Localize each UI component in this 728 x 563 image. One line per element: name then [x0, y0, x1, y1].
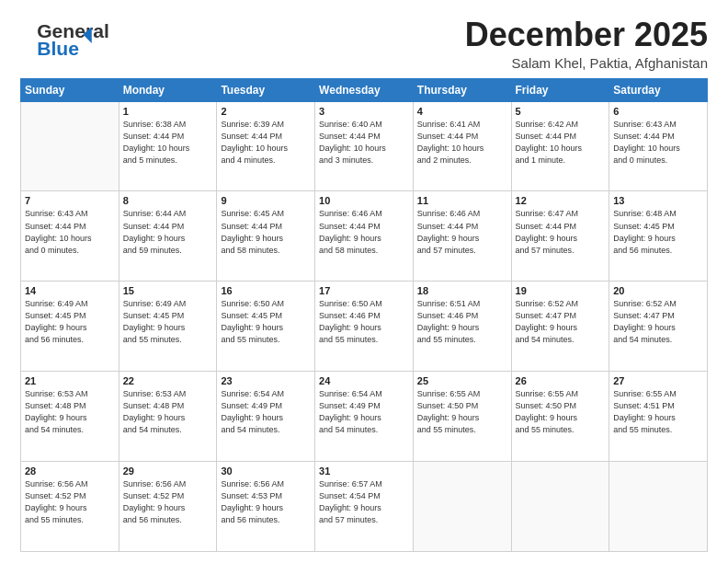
- day-number: 20: [613, 285, 703, 296]
- day-number: 11: [417, 195, 507, 206]
- calendar-header-sunday: Sunday: [21, 78, 119, 101]
- day-info: Sunrise: 6:44 AM Sunset: 4:44 PM Dayligh…: [123, 208, 213, 256]
- day-info: Sunrise: 6:47 AM Sunset: 4:44 PM Dayligh…: [516, 208, 606, 256]
- day-info: Sunrise: 6:57 AM Sunset: 4:54 PM Dayligh…: [319, 478, 409, 526]
- calendar-cell: 7Sunrise: 6:43 AM Sunset: 4:44 PM Daylig…: [21, 191, 119, 282]
- day-number: 17: [319, 285, 409, 296]
- calendar-week-3: 21Sunrise: 6:53 AM Sunset: 4:48 PM Dayli…: [21, 372, 708, 462]
- day-number: 15: [123, 285, 213, 296]
- calendar-header-monday: Monday: [119, 78, 217, 101]
- day-number: 7: [25, 195, 115, 206]
- calendar-header-row: SundayMondayTuesdayWednesdayThursdayFrid…: [21, 78, 708, 101]
- calendar-cell: 20Sunrise: 6:52 AM Sunset: 4:47 PM Dayli…: [609, 282, 708, 372]
- day-info: Sunrise: 6:54 AM Sunset: 4:49 PM Dayligh…: [221, 388, 311, 436]
- calendar-cell: 23Sunrise: 6:54 AM Sunset: 4:49 PM Dayli…: [217, 372, 315, 462]
- calendar-cell: [413, 462, 511, 552]
- calendar-header-friday: Friday: [511, 78, 609, 101]
- day-number: 28: [25, 465, 115, 477]
- calendar-header-saturday: Saturday: [609, 78, 708, 101]
- day-number: 14: [25, 285, 115, 296]
- day-number: 19: [516, 285, 606, 296]
- day-number: 22: [123, 375, 213, 386]
- calendar-cell: 22Sunrise: 6:53 AM Sunset: 4:48 PM Dayli…: [119, 372, 217, 462]
- calendar-header-tuesday: Tuesday: [217, 78, 315, 101]
- calendar-cell: 17Sunrise: 6:50 AM Sunset: 4:46 PM Dayli…: [315, 282, 414, 372]
- day-info: Sunrise: 6:46 AM Sunset: 4:44 PM Dayligh…: [417, 208, 507, 256]
- calendar-cell: 14Sunrise: 6:49 AM Sunset: 4:45 PM Dayli…: [21, 282, 119, 372]
- calendar-cell: 8Sunrise: 6:44 AM Sunset: 4:44 PM Daylig…: [119, 191, 217, 282]
- calendar-cell: 9Sunrise: 6:45 AM Sunset: 4:44 PM Daylig…: [217, 191, 315, 282]
- day-info: Sunrise: 6:51 AM Sunset: 4:46 PM Dayligh…: [417, 298, 507, 346]
- calendar-cell: 16Sunrise: 6:50 AM Sunset: 4:45 PM Dayli…: [217, 282, 315, 372]
- day-number: 23: [221, 375, 311, 386]
- day-info: Sunrise: 6:55 AM Sunset: 4:50 PM Dayligh…: [516, 388, 606, 436]
- day-number: 26: [516, 375, 606, 386]
- day-number: 8: [123, 195, 213, 206]
- month-title: December 2025: [465, 17, 708, 53]
- day-number: 29: [123, 465, 213, 477]
- day-info: Sunrise: 6:50 AM Sunset: 4:46 PM Dayligh…: [319, 298, 409, 346]
- calendar-cell: 10Sunrise: 6:46 AM Sunset: 4:44 PM Dayli…: [315, 191, 414, 282]
- calendar-header-thursday: Thursday: [413, 78, 511, 101]
- day-info: Sunrise: 6:56 AM Sunset: 4:52 PM Dayligh…: [25, 478, 115, 526]
- day-info: Sunrise: 6:48 AM Sunset: 4:45 PM Dayligh…: [613, 208, 703, 256]
- calendar-cell: 27Sunrise: 6:55 AM Sunset: 4:51 PM Dayli…: [609, 372, 708, 462]
- calendar-cell: [21, 101, 119, 191]
- calendar-cell: 15Sunrise: 6:49 AM Sunset: 4:45 PM Dayli…: [119, 282, 217, 372]
- calendar-cell: 13Sunrise: 6:48 AM Sunset: 4:45 PM Dayli…: [609, 191, 708, 282]
- day-number: 12: [516, 195, 606, 206]
- logo: General Blue: [20, 18, 105, 66]
- day-info: Sunrise: 6:53 AM Sunset: 4:48 PM Dayligh…: [25, 388, 115, 436]
- day-number: 10: [319, 195, 409, 206]
- calendar-cell: 18Sunrise: 6:51 AM Sunset: 4:46 PM Dayli…: [413, 282, 511, 372]
- day-number: 16: [221, 285, 311, 296]
- calendar-cell: 11Sunrise: 6:46 AM Sunset: 4:44 PM Dayli…: [413, 191, 511, 282]
- calendar-week-0: 1Sunrise: 6:38 AM Sunset: 4:44 PM Daylig…: [21, 101, 708, 191]
- day-number: 1: [123, 106, 213, 117]
- day-number: 27: [613, 375, 703, 386]
- day-number: 18: [417, 285, 507, 296]
- calendar-cell: 30Sunrise: 6:56 AM Sunset: 4:53 PM Dayli…: [217, 462, 315, 552]
- calendar-cell: 24Sunrise: 6:54 AM Sunset: 4:49 PM Dayli…: [315, 372, 414, 462]
- day-info: Sunrise: 6:56 AM Sunset: 4:53 PM Dayligh…: [221, 478, 311, 526]
- calendar-cell: 26Sunrise: 6:55 AM Sunset: 4:50 PM Dayli…: [511, 372, 609, 462]
- calendar-cell: 5Sunrise: 6:42 AM Sunset: 4:44 PM Daylig…: [511, 101, 609, 191]
- day-number: 13: [613, 195, 703, 206]
- calendar-cell: 4Sunrise: 6:41 AM Sunset: 4:44 PM Daylig…: [413, 101, 511, 191]
- calendar-cell: 12Sunrise: 6:47 AM Sunset: 4:44 PM Dayli…: [511, 191, 609, 282]
- day-info: Sunrise: 6:49 AM Sunset: 4:45 PM Dayligh…: [25, 298, 115, 346]
- day-number: 2: [221, 106, 311, 117]
- day-number: 4: [417, 106, 507, 117]
- title-block: December 2025 Salam Khel, Paktia, Afghan…: [465, 17, 708, 71]
- svg-text:Blue: Blue: [37, 38, 79, 59]
- day-number: 25: [417, 375, 507, 386]
- calendar-cell: 29Sunrise: 6:56 AM Sunset: 4:52 PM Dayli…: [119, 462, 217, 552]
- day-info: Sunrise: 6:43 AM Sunset: 4:44 PM Dayligh…: [613, 119, 703, 167]
- day-info: Sunrise: 6:43 AM Sunset: 4:44 PM Dayligh…: [25, 208, 115, 256]
- calendar-cell: 2Sunrise: 6:39 AM Sunset: 4:44 PM Daylig…: [217, 101, 315, 191]
- day-info: Sunrise: 6:55 AM Sunset: 4:50 PM Dayligh…: [417, 388, 507, 436]
- day-number: 9: [221, 195, 311, 206]
- day-info: Sunrise: 6:41 AM Sunset: 4:44 PM Dayligh…: [417, 119, 507, 167]
- day-info: Sunrise: 6:49 AM Sunset: 4:45 PM Dayligh…: [123, 298, 213, 346]
- day-info: Sunrise: 6:42 AM Sunset: 4:44 PM Dayligh…: [516, 119, 606, 167]
- calendar-cell: 28Sunrise: 6:56 AM Sunset: 4:52 PM Dayli…: [21, 462, 119, 552]
- day-info: Sunrise: 6:45 AM Sunset: 4:44 PM Dayligh…: [221, 208, 311, 256]
- header: General Blue December 2025 Salam Khel, P…: [20, 17, 708, 71]
- day-info: Sunrise: 6:50 AM Sunset: 4:45 PM Dayligh…: [221, 298, 311, 346]
- day-number: 5: [516, 106, 606, 117]
- day-info: Sunrise: 6:56 AM Sunset: 4:52 PM Dayligh…: [123, 478, 213, 526]
- calendar-cell: 6Sunrise: 6:43 AM Sunset: 4:44 PM Daylig…: [609, 101, 708, 191]
- day-info: Sunrise: 6:38 AM Sunset: 4:44 PM Dayligh…: [123, 119, 213, 167]
- day-info: Sunrise: 6:52 AM Sunset: 4:47 PM Dayligh…: [613, 298, 703, 346]
- day-number: 6: [613, 106, 703, 117]
- day-number: 3: [319, 106, 409, 117]
- location-subtitle: Salam Khel, Paktia, Afghanistan: [465, 55, 708, 71]
- calendar-cell: 21Sunrise: 6:53 AM Sunset: 4:48 PM Dayli…: [21, 372, 119, 462]
- calendar-week-2: 14Sunrise: 6:49 AM Sunset: 4:45 PM Dayli…: [21, 282, 708, 372]
- logo-icon: General Blue: [22, 18, 105, 63]
- calendar-cell: 31Sunrise: 6:57 AM Sunset: 4:54 PM Dayli…: [315, 462, 414, 552]
- day-number: 21: [25, 375, 115, 386]
- calendar-cell: 19Sunrise: 6:52 AM Sunset: 4:47 PM Dayli…: [511, 282, 609, 372]
- calendar-cell: 25Sunrise: 6:55 AM Sunset: 4:50 PM Dayli…: [413, 372, 511, 462]
